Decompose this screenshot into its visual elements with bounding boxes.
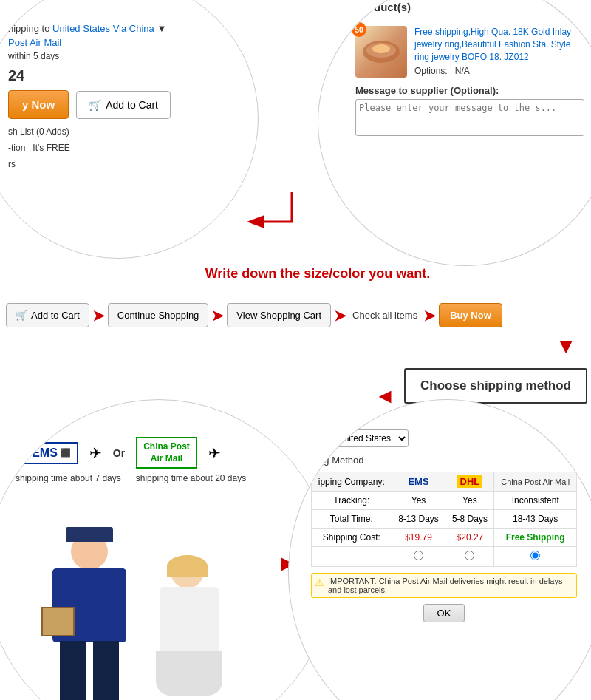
ems-stripe: ≡ <box>23 447 29 459</box>
delivery-line: within 5 days <box>8 51 230 61</box>
wish-list[interactable]: sh List (0 Adds) <box>8 126 230 137</box>
buy-now-button[interactable]: y Now <box>8 90 69 119</box>
china-post-radio[interactable] <box>530 551 540 560</box>
us-flag <box>311 433 326 444</box>
cart-icon: 🛒 <box>89 99 101 111</box>
country-select[interactable]: United States <box>329 429 409 447</box>
check-items-text: Check all items <box>349 310 420 321</box>
china-post-line1: China Post <box>143 441 190 453</box>
choose-shipping-box: Choose shipping method <box>404 368 587 404</box>
message-label: Message to supplier (Optional): <box>355 85 584 96</box>
or-text: Or <box>113 447 125 459</box>
protection-label: -tion <box>8 143 25 153</box>
shipping-country-link[interactable]: United States Via China <box>52 23 154 34</box>
shipping-line: hipping to United States Via China ▼ <box>8 23 230 34</box>
shipping-method-text: ping Method <box>311 455 364 466</box>
add-to-cart-flow-button[interactable]: 🛒 Add to Cart <box>6 303 89 327</box>
dhl-header: DHL <box>445 472 494 492</box>
china-post-line2: Air Mail <box>143 453 190 465</box>
male-person <box>38 533 141 700</box>
ems-logo: ≡ EMS ⬛ <box>16 442 78 464</box>
female-person <box>148 555 230 700</box>
dhl-radio-cell[interactable] <box>445 547 494 567</box>
connector-arrow <box>244 192 340 251</box>
china-post-plane-icon: ✈ <box>208 444 221 462</box>
continue-label: Continue Shopping <box>117 310 199 321</box>
price-value: 24 <box>8 67 24 84</box>
circle-bottom-right: United States ping Method ipping Company… <box>288 399 591 700</box>
wish-list-text: sh List (0 Adds) <box>8 126 69 137</box>
tracking-label-cell: Tracking: <box>312 492 392 510</box>
ok-button[interactable]: OK <box>423 604 465 622</box>
options-line: Options: N/A <box>414 66 584 76</box>
add-to-cart-button[interactable]: 🛒 Add to Cart <box>76 91 171 119</box>
china-post-cost: Free Shipping <box>494 529 577 547</box>
china-post-shipping-time: shipping time about 20 days <box>136 473 246 483</box>
left-arrow-shipping: ◄ <box>375 384 395 408</box>
ems-logo-small: EMS <box>408 476 428 487</box>
choose-shipping-label: Choose shipping method <box>420 378 571 393</box>
china-post-header-text: China Post Air Mail <box>501 478 570 486</box>
shipping-table: ipping Company: EMS DHL China Post Air M… <box>311 472 577 567</box>
products-label: Product(s) <box>355 1 584 18</box>
message-input[interactable] <box>355 99 584 136</box>
cost-row: Shipping Cost: $19.79 $20.27 Free Shippi… <box>312 529 577 547</box>
china-post-header: China Post Air Mail <box>494 472 577 492</box>
circle-bottom-left: ≡ EMS ⬛ ✈ Or China Post Air Mail ✈ shipp… <box>0 399 332 700</box>
dhl-cost: $20.27 <box>445 529 494 547</box>
delivery-persons <box>38 526 245 700</box>
ems-radio-cell[interactable] <box>392 547 445 567</box>
view-cart-label: View Shopping Cart <box>236 310 321 321</box>
top-section: hipping to United States Via China ▼ Pos… <box>0 0 591 288</box>
continue-shopping-button[interactable]: Continue Shopping <box>108 303 209 327</box>
discount-badge: 50 <box>352 22 366 37</box>
action-buttons: y Now 🛒 Add to Cart <box>8 90 230 119</box>
post-air-mail-link[interactable]: Post Air Mail <box>8 37 61 48</box>
dhl-tracking: Yes <box>445 492 494 510</box>
add-cart-label: Add to Cart <box>106 99 158 111</box>
shipping-to-label: hipping to <box>8 23 49 34</box>
circle-right: Product(s) 50 Free shipping,High Qua. 18… <box>318 0 591 266</box>
flow-arrow-1: ➤ <box>92 307 105 324</box>
circle-left: hipping to United States Via China ▼ Pos… <box>0 0 259 259</box>
dhl-time: 5-8 Days <box>445 510 494 529</box>
delivery-days: within 5 days <box>8 51 59 61</box>
china-post-radio-cell[interactable] <box>494 547 577 567</box>
product-row: 50 Free shipping,High Qua. 18K Gold Inla… <box>355 26 584 78</box>
time-row: Total Time: 8-13 Days 5-8 Days 18-43 Day… <box>312 510 577 529</box>
dhl-radio[interactable] <box>465 551 474 560</box>
ems-time: 8-13 Days <box>392 510 445 529</box>
flow-arrow-4: ➤ <box>423 307 436 324</box>
down-arrow-icon: ▼ <box>556 336 576 357</box>
down-arrow-section: ▼ <box>556 336 576 357</box>
shipping-times: shipping time about 7 days shipping time… <box>16 473 304 483</box>
ems-cost: $19.79 <box>392 529 445 547</box>
ems-header: EMS <box>392 472 445 492</box>
view-cart-button[interactable]: View Shopping Cart <box>227 303 331 327</box>
product-description[interactable]: Free shipping,High Qua. 18K Gold Inlay j… <box>414 26 584 63</box>
dhl-logo-small: DHL <box>457 475 483 488</box>
cost-label-cell: Shipping Cost: <box>312 529 392 547</box>
options-value: N/A <box>455 66 470 76</box>
ems-text: EMS <box>32 446 58 460</box>
buy-now-flow-button[interactable]: Buy Now <box>439 303 502 327</box>
protection-note-text: rs <box>8 159 16 169</box>
price-display: 24 <box>8 67 230 84</box>
china-post-logo: China Post Air Mail <box>136 437 197 469</box>
bottom-section: ≡ EMS ⬛ ✈ Or China Post Air Mail ✈ shipp… <box>0 414 591 700</box>
protection-note: rs <box>8 159 230 169</box>
package <box>41 607 75 636</box>
write-down-text: Write down the size/color you want. <box>170 266 465 282</box>
svg-point-2 <box>372 44 390 53</box>
male-leg-right <box>93 641 119 700</box>
male-hat <box>66 527 113 542</box>
table-header-row: ipping Company: EMS DHL China Post Air M… <box>312 472 577 492</box>
protection-line: -tion It's FREE <box>8 143 230 153</box>
ems-subtitle: ⬛ <box>61 448 71 458</box>
product-image-wrap: 50 <box>355 26 407 78</box>
ems-radio[interactable] <box>414 551 423 560</box>
ems-row: ≡ EMS ⬛ ✈ Or China Post Air Mail ✈ <box>16 437 304 469</box>
important-note-text: IMPORTANT: China Post Air Mail deliverie… <box>328 577 573 594</box>
cart-icon-flow: 🛒 <box>16 310 27 321</box>
female-hair <box>167 555 208 577</box>
